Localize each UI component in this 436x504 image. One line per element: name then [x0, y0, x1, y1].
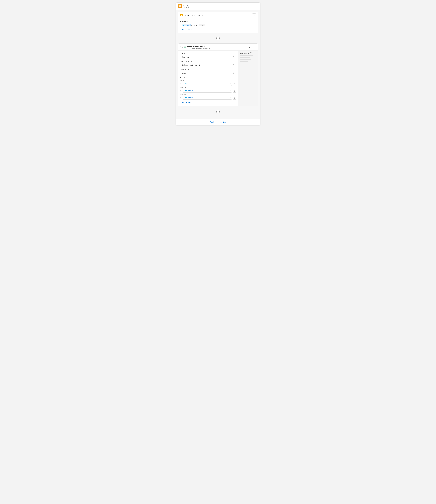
worksheet-clear-icon[interactable]: ✕: [233, 72, 235, 74]
bottom-connector-line-top: [218, 107, 218, 110]
salesforce-cloud-icon: [183, 24, 185, 26]
col-input-inner-0: 1 Email: [184, 83, 191, 85]
action-label: * * Action: [180, 53, 236, 54]
form-left: * * Action Create row ✕ * * Spreadsheet …: [178, 51, 238, 106]
action-clear-icon[interactable]: ✕: [233, 56, 235, 58]
col-input-inner-2: 1 LastName: [184, 97, 194, 99]
salesforce-chip-icon-1: [185, 90, 187, 92]
worksheet-required-star: *: [180, 69, 181, 70]
info-icon[interactable]: i: [188, 6, 189, 8]
chevron-down-icon[interactable]: ˅: [180, 46, 181, 48]
col-input-inner-1: 1 FirstName: [184, 90, 194, 92]
spreadsheet-value: Regional Chapter bug blitz: [182, 64, 200, 66]
col-type-icon-1: Aa: [180, 90, 182, 92]
if-condition-text: Phone starts with `702`: [185, 15, 201, 17]
add-if-button[interactable]: Add If: [210, 121, 214, 123]
action-required-star: *: [180, 53, 181, 54]
add-step-button-top[interactable]: +: [216, 37, 220, 40]
col-input-0[interactable]: 1 Email ✕: [182, 82, 232, 86]
header-subtitle: If/Else i: [183, 6, 190, 8]
action-title-group: Action: Untitled Step ✏ Western Regional…: [187, 46, 209, 49]
spreadsheet-label: * * Spreadsheet ID: [180, 61, 236, 62]
action-title-text: Action: Untitled Step: [187, 46, 203, 47]
if-block-menu-button[interactable]: •••: [252, 13, 256, 18]
spreadsheet-input[interactable]: Regional Chapter bug blitz ✕: [180, 63, 236, 67]
header: If/Else ✏ If/Else i •••: [176, 3, 260, 10]
col-number-2: 1: [184, 97, 184, 99]
add-else-button[interactable]: Add Else: [219, 121, 226, 123]
add-step-button-bottom[interactable]: +: [216, 110, 220, 113]
col-delete-button-0[interactable]: 🗑: [233, 82, 236, 86]
col-delete-button-2[interactable]: 🗑: [233, 96, 236, 100]
header-menu-button[interactable]: •••: [254, 4, 258, 8]
action-block: ˅ 2 Action: Untitled Step ✏: [178, 43, 258, 106]
columns-list: Email Aa 1 Email ✕ 🗑 First Name: [180, 80, 236, 100]
col-clear-icon-2[interactable]: ✕: [229, 97, 231, 99]
action-header-left: ˅ 2 Action: Untitled Step ✏: [180, 46, 209, 49]
sample-line-2: [240, 59, 251, 60]
col-input-1[interactable]: 1 FirstName ✕: [182, 89, 232, 93]
spreadsheet-label-text: * Spreadsheet ID: [181, 61, 192, 62]
worksheet-label-text: * Worksheet: [181, 69, 189, 70]
col-type-icon-0: Aa: [180, 83, 182, 85]
col-delete-button-1[interactable]: 🗑: [233, 89, 236, 93]
action-value: Create row: [182, 56, 190, 58]
header-edit-icon[interactable]: ✏: [189, 4, 190, 6]
salesforce-chip-icon-2: [185, 97, 187, 98]
action-title: Action: Untitled Step ✏: [187, 46, 209, 47]
column-label-1: First Name: [180, 87, 236, 89]
add-columns-button[interactable]: + Add Columns: [180, 101, 194, 104]
column-item: Last Name Aa 1 LastName ✕ 🗑: [180, 94, 236, 100]
worksheet-label: * * Worksheet: [180, 69, 236, 70]
col-clear-icon-0[interactable]: ✕: [229, 83, 231, 85]
action-input[interactable]: Create row ✕: [180, 55, 236, 59]
if-edit-icon[interactable]: ✏: [202, 15, 203, 16]
action-header-right: ↺ •••: [248, 45, 256, 49]
action-subtitle: Western Regional Member List: [191, 47, 209, 49]
chip-label: Phone: [185, 24, 190, 26]
columns-title: Columns: [180, 77, 236, 79]
spreadsheet-field-group: * * Spreadsheet ID Regional Chapter bug …: [180, 61, 236, 67]
column-row-0: Aa 1 Email ✕ 🗑: [180, 82, 236, 86]
svg-rect-2: [184, 47, 186, 47]
sample-output-title-text: Sample Output: [240, 52, 250, 54]
col-type-icon-2: Aa: [180, 97, 182, 99]
svg-rect-4: [184, 47, 186, 47]
action-edit-icon[interactable]: ✏: [204, 46, 205, 47]
svg-point-0: [183, 25, 184, 26]
action-label-text: * Action: [181, 53, 186, 54]
col-value-0: Email: [187, 83, 191, 85]
col-number-0: 1: [184, 83, 184, 85]
conditions-section: Conditions 1 Phone starts with `702` Edi…: [178, 19, 258, 33]
column-row-2: Aa 1 LastName ✕ 🗑: [180, 96, 236, 100]
spreadsheet-clear-icon[interactable]: ✕: [233, 64, 235, 66]
col-value-1: FirstName: [187, 90, 194, 92]
sample-output-panel: Sample Output i: [238, 51, 258, 106]
refresh-button[interactable]: ↺: [248, 45, 251, 49]
col-input-2[interactable]: 1 LastName ✕: [182, 96, 232, 100]
edit-conditions-button[interactable]: Edit Conditions: [180, 28, 194, 31]
main-container: If/Else ✏ If/Else i ••• IF Phone starts …: [176, 2, 260, 125]
column-row-1: Aa 1 FirstName ✕ 🗑: [180, 89, 236, 93]
bottom-connector: +: [178, 106, 258, 117]
if-label: IF Phone starts with `702` ✏: [180, 14, 203, 17]
worksheet-field-group: * * Worksheet Sheet1 ✕: [180, 69, 236, 75]
connector-line-top: [218, 34, 218, 37]
header-subtitle-text: If/Else: [183, 6, 187, 8]
connector-line-bottom: [218, 40, 218, 42]
worksheet-input[interactable]: Sheet1 ✕: [180, 71, 236, 75]
condition-row: 1 Phone starts with `702`: [180, 24, 256, 26]
col-value-2: LastName: [187, 97, 194, 99]
conditions-title: Conditions: [180, 21, 256, 23]
action-menu-button[interactable]: •••: [252, 45, 256, 49]
footer: Add If Add Else: [176, 119, 260, 125]
header-title-text: If/Else: [183, 4, 189, 6]
spreadsheet-required-star: *: [180, 61, 181, 62]
column-label-2: Last Name: [180, 94, 236, 95]
bottom-connector-line-bottom: [218, 113, 218, 116]
col-clear-icon-1[interactable]: ✕: [229, 90, 231, 92]
body: IF Phone starts with `702` ✏ ••• Conditi…: [176, 10, 260, 119]
sample-output-info-icon[interactable]: i: [250, 52, 252, 54]
column-label-0: Email: [180, 80, 236, 82]
action-field-group: * * Action Create row ✕: [180, 53, 236, 59]
